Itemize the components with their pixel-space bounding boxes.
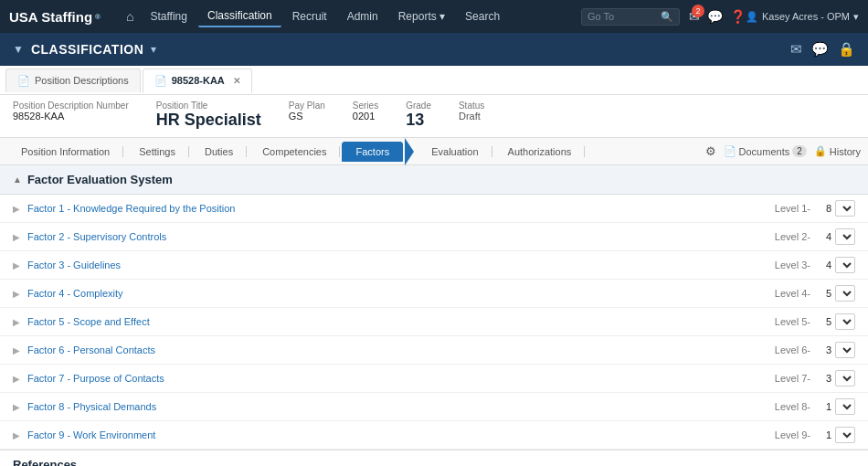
factor-5-level-value: 5 xyxy=(818,316,831,327)
factor-4-chevron[interactable]: ▶ xyxy=(13,289,20,299)
nav-staffing[interactable]: Staffing xyxy=(141,6,196,26)
factor-1-name[interactable]: Factor 1 - Knowledge Required by the Pos… xyxy=(27,203,775,214)
docs-label: Documents xyxy=(739,146,790,157)
pos-number-field: Position Description Number 98528-KAA xyxy=(13,101,129,122)
history-button[interactable]: 🔒 History xyxy=(814,145,861,157)
subtab-factors[interactable]: Factors xyxy=(342,142,403,162)
nav-search[interactable]: Search xyxy=(456,6,509,26)
docs-icon: 📄 xyxy=(724,145,736,157)
factor-5-level-label: Level 5- xyxy=(775,316,810,327)
comment-icon[interactable]: 💬 xyxy=(811,41,829,58)
settings-icon[interactable]: ⚙ xyxy=(705,144,716,158)
envelope-icon[interactable]: ✉ xyxy=(790,41,802,58)
user-dropdown-icon[interactable]: ▾ xyxy=(853,11,859,23)
chat-icon[interactable]: 💬 xyxy=(707,9,723,24)
classification-chevron[interactable]: ▾ xyxy=(151,43,156,56)
pos-grade-label: Grade xyxy=(406,101,431,111)
factor-7-select[interactable]: ▾ xyxy=(835,370,855,387)
search-input[interactable] xyxy=(587,11,661,22)
factor-8-name[interactable]: Factor 8 - Physical Demands xyxy=(27,401,775,412)
factor-7-name[interactable]: Factor 7 - Purpose of Contacts xyxy=(27,373,775,384)
subtab-duties[interactable]: Duties xyxy=(191,142,247,162)
subtab-active-arrow xyxy=(405,138,414,165)
notification-badge: 2 xyxy=(692,5,704,17)
subtab-authorizations[interactable]: Authorizations xyxy=(494,142,586,162)
subtab-position-information[interactable]: Position Information xyxy=(7,142,123,162)
subtab-competencies[interactable]: Competencies xyxy=(249,142,340,162)
user-name: Kasey Acres - OPM xyxy=(762,11,850,22)
factor-4-name[interactable]: Factor 4 - Complexity xyxy=(27,288,775,299)
classification-header: ▼ CLASSIFICATION ▾ ✉ 💬 🔒 xyxy=(0,33,868,66)
pos-grade-value: 13 xyxy=(406,111,431,130)
factor-3-select[interactable]: ▾ xyxy=(835,257,855,273)
nav-reports[interactable]: Reports ▾ xyxy=(389,6,454,26)
tab-pd-icon: 📄 xyxy=(17,75,30,87)
help-icon[interactable]: ❓ xyxy=(730,9,746,24)
tab-98528-kaa[interactable]: 📄 98528-KAA ✕ xyxy=(143,69,252,93)
factor-9-chevron[interactable]: ▶ xyxy=(13,430,20,440)
factor-5-chevron[interactable]: ▶ xyxy=(13,317,20,327)
tabs-row: 📄 Position Descriptions 📄 98528-KAA ✕ xyxy=(0,66,868,95)
factor-3-chevron[interactable]: ▶ xyxy=(13,260,20,270)
nav-recruit[interactable]: Recruit xyxy=(283,6,336,26)
lock-icon[interactable]: 🔒 xyxy=(838,41,855,58)
tab-close-icon[interactable]: ✕ xyxy=(233,76,240,86)
tab-position-descriptions[interactable]: 📄 Position Descriptions xyxy=(5,69,141,92)
factor-9-level-label: Level 9- xyxy=(775,429,810,440)
sub-tabs-right: ⚙ 📄 Documents 2 🔒 History xyxy=(705,144,861,158)
factor-row-4: ▶ Factor 4 - Complexity Level 4- 5 ▾ xyxy=(0,280,868,308)
home-icon[interactable]: ⌂ xyxy=(119,5,141,27)
factor-6-select[interactable]: ▾ xyxy=(835,342,855,358)
header-actions: ✉ 💬 🔒 xyxy=(790,41,855,58)
section-title: Factor Evaluation System xyxy=(27,173,173,186)
factor-4-select[interactable]: ▾ xyxy=(835,285,855,302)
pos-status-label: Status xyxy=(459,101,484,111)
pos-title-value: HR Specialist xyxy=(156,111,261,130)
factor-2-name[interactable]: Factor 2 - Supervisory Controls xyxy=(27,231,775,242)
factor-4-level-label: Level 4- xyxy=(775,288,810,299)
factor-7-level-label: Level 7- xyxy=(775,373,810,384)
nav-links: Staffing Classification Recruit Admin Re… xyxy=(141,5,581,27)
references-title: References xyxy=(13,458,855,466)
factor-7-level-value: 3 xyxy=(818,373,831,384)
tab-kaa-icon: 📄 xyxy=(154,75,167,87)
pos-number-value: 98528-KAA xyxy=(13,111,129,122)
factor-5-name[interactable]: Factor 5 - Scope and Effect xyxy=(27,316,775,327)
documents-button[interactable]: 📄 Documents 2 xyxy=(724,145,807,157)
section-collapse-icon[interactable]: ▲ xyxy=(13,175,22,185)
classification-title: CLASSIFICATION xyxy=(31,42,143,57)
pos-payplan-field: Pay Plan GS xyxy=(289,101,325,122)
factor-6-level-value: 3 xyxy=(818,344,831,355)
factor-row-1: ▶ Factor 1 - Knowledge Required by the P… xyxy=(0,195,868,223)
factor-9-select[interactable]: ▾ xyxy=(835,427,855,443)
factor-8-chevron[interactable]: ▶ xyxy=(13,402,20,412)
pos-payplan-label: Pay Plan xyxy=(289,101,325,111)
factor-9-name[interactable]: Factor 9 - Work Environment xyxy=(27,429,775,440)
pos-title-label: Position Title xyxy=(156,101,261,111)
factor-1-select[interactable]: ▾ xyxy=(835,200,855,217)
factor-2-chevron[interactable]: ▶ xyxy=(13,232,20,242)
factor-7-chevron[interactable]: ▶ xyxy=(13,374,20,384)
docs-count: 2 xyxy=(792,145,807,157)
pos-payplan-value: GS xyxy=(289,111,325,122)
factor-1-level-label: Level 1- xyxy=(775,203,810,214)
pos-series-label: Series xyxy=(353,101,378,111)
factor-5-select[interactable]: ▾ xyxy=(835,313,855,330)
factor-1-chevron[interactable]: ▶ xyxy=(13,204,20,214)
nav-admin[interactable]: Admin xyxy=(338,6,387,26)
references-section: References xyxy=(0,450,868,466)
nav-icons: ✉ 2 💬 ❓ xyxy=(689,9,746,24)
sub-tabs: Position Information Settings Duties Com… xyxy=(0,138,868,165)
factor-6-chevron[interactable]: ▶ xyxy=(13,345,20,355)
factor-6-name[interactable]: Factor 6 - Personal Contacts xyxy=(27,344,775,355)
factor-8-select[interactable]: ▾ xyxy=(835,398,855,415)
user-avatar-icon: 👤 xyxy=(746,11,758,23)
factor-3-level-label: Level 3- xyxy=(775,259,810,270)
mail-icon[interactable]: ✉ 2 xyxy=(689,9,700,24)
brand-name: USA Staffing xyxy=(9,9,92,25)
nav-classification[interactable]: Classification xyxy=(198,5,281,27)
factor-3-name[interactable]: Factor 3 - Guidelines xyxy=(27,259,775,270)
factor-2-select[interactable]: ▾ xyxy=(835,228,855,245)
subtab-evaluation[interactable]: Evaluation xyxy=(418,142,492,162)
subtab-settings[interactable]: Settings xyxy=(125,142,189,162)
